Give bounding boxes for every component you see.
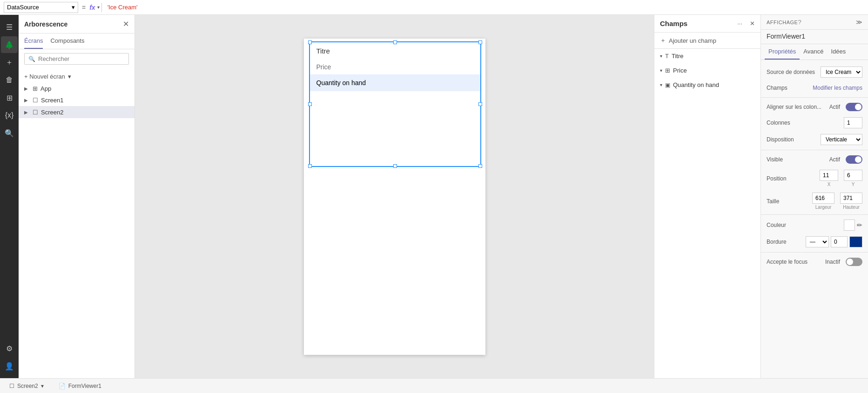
tree-label-screen2: Screen2 [41, 109, 121, 116]
fx-bar: fx ▾ [89, 3, 101, 12]
rail-menu-icon[interactable]: ☰ [1, 19, 18, 35]
fx-chevron[interactable]: ▾ [97, 5, 100, 10]
taille-largeur-input[interactable] [812, 193, 834, 204]
rail-variable-icon[interactable]: {x} [1, 107, 18, 124]
aligner-toggle[interactable] [846, 103, 862, 111]
tree-item-screen1[interactable]: ▶ ☐ Screen1 [19, 94, 135, 106]
bordure-color-swatch[interactable] [849, 236, 862, 247]
divider2 [761, 150, 868, 150]
handle-ml[interactable] [308, 102, 312, 106]
properties-panel: AFFICHAGE ? ≫ FormViewer1 Propriétés Ava… [761, 15, 868, 378]
tree-chevron-screen1: ▶ [24, 98, 30, 103]
couleur-picker[interactable]: ✏ [844, 220, 862, 231]
arborescence-header: Arborescence ✕ [19, 15, 135, 33]
source-donnees-label: Source de données [767, 69, 817, 75]
tab-ecrans[interactable]: Écrans [24, 33, 43, 49]
handle-tc[interactable] [393, 40, 397, 44]
handle-tr[interactable] [478, 40, 482, 44]
rail-plus-icon[interactable]: ＋ [1, 54, 18, 71]
tab-composants[interactable]: Composants [50, 33, 84, 49]
champ-item-titre[interactable]: ▾ T Titre [654, 49, 760, 63]
prop-bordure: Bordure — [761, 233, 868, 250]
arborescence-close-icon[interactable]: ✕ [123, 20, 129, 28]
rail-tree-icon[interactable]: 🌲 [1, 36, 18, 53]
arborescence-search: 🔍 [19, 49, 135, 68]
bordure-style-select[interactable]: — [806, 236, 829, 247]
couleur-label: Couleur [767, 222, 840, 228]
props-header: AFFICHAGE ? ≫ [761, 15, 868, 30]
visible-toggle[interactable] [846, 155, 862, 164]
handle-bc[interactable] [393, 164, 397, 168]
top-bar: DataSource ▾ = fx ▾ [0, 0, 868, 15]
prop-couleur: Couleur ✏ [761, 217, 868, 233]
modifier-champs-link[interactable]: Modifier les champs [813, 85, 862, 91]
props-content: Source de données Ice Cream Champs Modif… [761, 60, 868, 378]
champ-item-quantity[interactable]: ▾ ▣ Quantity on hand [654, 78, 760, 92]
rail-delete-icon[interactable]: 🗑 [1, 72, 18, 88]
canvas-area: Titre Price Quantity on hand [135, 15, 654, 378]
handle-bl[interactable] [308, 164, 312, 168]
form-viewer[interactable]: Titre Price Quantity on hand [309, 41, 481, 167]
formula-input[interactable] [106, 3, 864, 12]
tree-item-screen2[interactable]: ▶ ☐ Screen2 ··· [19, 106, 135, 118]
disposition-select[interactable]: Verticale [821, 134, 862, 145]
arborescence-panel: Arborescence ✕ Écrans Composants 🔍 + Nou… [19, 15, 135, 378]
fx-separator [101, 3, 102, 12]
formviewer-icon: 📄 [59, 383, 66, 389]
champ-item-price[interactable]: ▾ ⊞ Price [654, 63, 760, 78]
datasource-dropdown[interactable]: DataSource ▾ [4, 2, 78, 13]
accepte-focus-toggle[interactable] [846, 258, 862, 266]
handle-mr[interactable] [478, 102, 482, 106]
champs-close-icon[interactable]: ✕ [750, 20, 755, 27]
new-screen-button[interactable]: + Nouvel écran ▾ [19, 70, 135, 83]
rail-settings-icon[interactable]: ⚙ [1, 340, 18, 357]
prop-accepte-focus: Accepte le focus Inactif [761, 254, 868, 269]
add-champ-button[interactable]: ＋ Ajouter un champ [654, 33, 760, 49]
arborescence-title: Arborescence [24, 20, 67, 28]
tree-item-app[interactable]: ▶ ⊞ App [19, 83, 135, 94]
champs-prop-label: Champs [767, 85, 809, 91]
bordure-label: Bordure [767, 239, 802, 245]
colonnes-input[interactable] [844, 117, 862, 128]
bottom-screen-chevron[interactable]: ▾ [41, 383, 44, 389]
tree-chevron-screen2: ▶ [24, 110, 30, 115]
datasource-label: DataSource [7, 4, 39, 11]
couleur-swatch[interactable] [844, 220, 855, 231]
champs-title: Champs [660, 20, 687, 27]
add-champ-plus: ＋ [660, 36, 666, 45]
champ-expand-titre[interactable]: ▾ [660, 53, 662, 59]
tab-proprietes[interactable]: Propriétés [765, 44, 800, 60]
couleur-edit-icon[interactable]: ✏ [857, 221, 862, 229]
position-y-input[interactable] [844, 170, 862, 181]
bottom-screen-label: Screen2 [17, 383, 38, 389]
fx-icon: fx [89, 4, 95, 11]
props-collapse-icon[interactable]: ≫ [856, 19, 862, 26]
datasource-chevron[interactable]: ▾ [72, 4, 75, 11]
bottom-tab-screen2[interactable]: ☐ Screen2 ▾ [6, 381, 47, 391]
taille-hauteur-input[interactable] [840, 193, 862, 204]
champ-expand-quantity[interactable]: ▾ [660, 82, 662, 87]
tab-idees[interactable]: Idées [827, 44, 849, 60]
search-input[interactable] [38, 55, 125, 62]
rail-search-icon[interactable]: 🔍 [1, 125, 18, 141]
help-icon[interactable]: ? [798, 19, 801, 26]
rail-controls-icon[interactable]: ⊞ [1, 89, 18, 106]
champ-expand-price[interactable]: ▾ [660, 68, 662, 73]
new-screen-label: + Nouvel écran [24, 73, 65, 80]
handle-tl[interactable] [308, 40, 312, 44]
form-field-price-label: Price [316, 63, 331, 71]
prop-position: Position X Y [761, 167, 868, 190]
handle-br[interactable] [478, 164, 482, 168]
source-donnees-select[interactable]: Ice Cream [821, 67, 862, 78]
bordure-width-input[interactable] [831, 236, 848, 247]
form-field-titre-label: Titre [316, 47, 330, 55]
new-screen-chevron[interactable]: ▾ [68, 73, 71, 80]
champs-more-icon[interactable]: ··· [737, 20, 742, 27]
taille-label: Taille [767, 198, 808, 205]
tab-avance[interactable]: Avancé [800, 44, 827, 60]
visible-label: Visible [767, 156, 826, 163]
position-x-input[interactable] [820, 170, 838, 181]
rail-account-icon[interactable]: 👤 [1, 358, 18, 374]
bottom-tab-formviewer[interactable]: 📄 FormViewer1 [55, 381, 105, 391]
aligner-label: Aligner sur les colon... [767, 104, 826, 110]
